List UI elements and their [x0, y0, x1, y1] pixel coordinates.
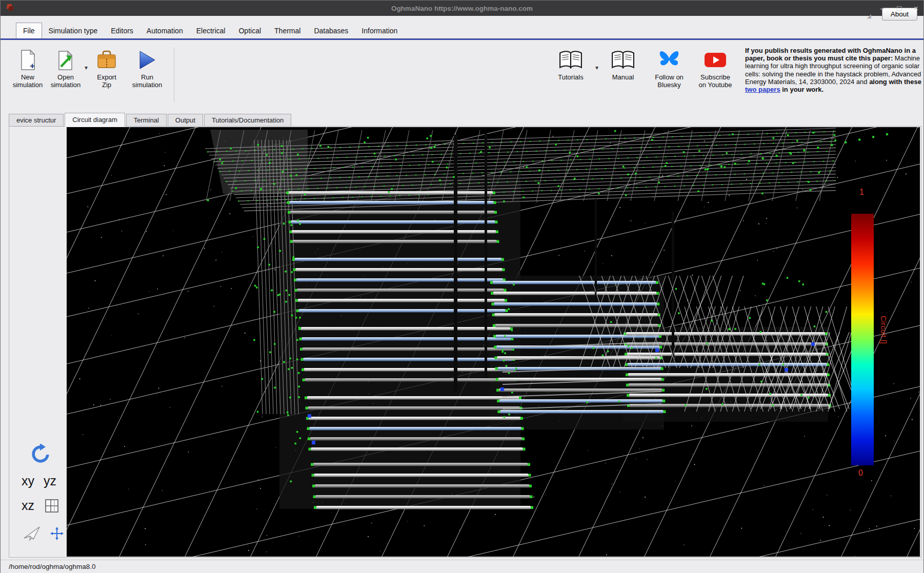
- pane-grip-icon: ◢: [867, 13, 871, 19]
- fly-mode-button[interactable]: [23, 526, 41, 541]
- tab-device-structure[interactable]: evice structur: [9, 114, 64, 127]
- menu-item-thermal[interactable]: Thermal: [268, 23, 307, 38]
- refresh-view-button[interactable]: [30, 444, 51, 464]
- menu-item-simulation-type[interactable]: Simulation type: [42, 23, 105, 38]
- window-titlebar: OghmaNano https://www.oghma-nano.com – □…: [1, 1, 923, 16]
- svg-text:+: +: [30, 61, 35, 71]
- new-simulation-button[interactable]: + New simulation: [9, 48, 47, 89]
- minimize-button[interactable]: –: [880, 1, 885, 16]
- play-icon: [137, 48, 157, 72]
- viewport-frame: xy yz xz: [9, 126, 921, 558]
- paper-plane-icon: [23, 526, 41, 541]
- open-simulation-button[interactable]: Open simulation: [47, 48, 85, 89]
- zip-archive-icon: [96, 48, 117, 72]
- menu-item-file[interactable]: File: [16, 23, 42, 38]
- document-plus-icon: +: [19, 48, 36, 72]
- window-title: OghmaNano https://www.oghma-nano.com: [1, 5, 923, 12]
- pan-mode-button[interactable]: [50, 527, 64, 540]
- colorbar-axis-label: Circuit []: [879, 316, 888, 344]
- view-xz-button[interactable]: xz: [22, 498, 34, 513]
- tabrow: evice structur Circuit diagram Terminal …: [9, 113, 292, 127]
- viewport-side-controls: xy yz xz: [9, 127, 67, 557]
- open-book-icon: [558, 48, 583, 72]
- tab-tutorials-documentation[interactable]: Tutorials/Documentation: [204, 114, 291, 127]
- close-button[interactable]: ×: [914, 1, 918, 16]
- refresh-icon: [30, 444, 51, 464]
- tab-output[interactable]: Output: [168, 114, 203, 127]
- circuit-3d-scene[interactable]: [67, 127, 920, 557]
- two-papers-link[interactable]: two papers: [745, 86, 780, 93]
- colorbar: [851, 214, 874, 465]
- maximize-button[interactable]: □: [897, 1, 901, 16]
- menu-item-editors[interactable]: Editors: [104, 23, 140, 38]
- citation-bold-text: If you publish results generated with Og…: [745, 47, 916, 62]
- bluesky-button[interactable]: Follow on Bluesky: [648, 48, 691, 89]
- citation-note: If you publish results generated with Og…: [745, 47, 921, 93]
- pane-grid-button[interactable]: [45, 499, 59, 513]
- app-icon: [6, 2, 16, 14]
- view-yz-button[interactable]: yz: [44, 474, 56, 488]
- colorbar-max-label: 1: [859, 188, 864, 197]
- menubar: File Simulation type Editors Automation …: [1, 16, 923, 40]
- youtube-icon: [704, 48, 727, 72]
- status-path: /home/rod/oghma/oghma8.0: [9, 563, 96, 570]
- toolbar: + New simulation Open simulation ▾: [1, 42, 923, 112]
- document-open-arrow-icon: [56, 48, 75, 72]
- menu-item-electrical[interactable]: Electrical: [190, 23, 232, 38]
- pane-grid-icon: [45, 499, 59, 513]
- tab-terminal[interactable]: Terminal: [126, 114, 167, 127]
- open-book-icon: [611, 48, 635, 72]
- toolbar-separator: [174, 48, 174, 102]
- run-simulation-button[interactable]: Run simulation: [126, 48, 169, 89]
- move-axes-icon: [50, 527, 64, 540]
- circuit-3d-viewport[interactable]: 1 0 Circuit []: [67, 127, 920, 557]
- statusbar: /home/rod/oghma/oghma8.0: [1, 560, 923, 573]
- colorbar-min-label: 0: [858, 468, 863, 478]
- tutorials-dropdown-icon[interactable]: ▾: [595, 64, 598, 71]
- menu-item-databases[interactable]: Databases: [307, 23, 355, 38]
- menu-item-optical[interactable]: Optical: [232, 23, 268, 38]
- export-zip-button[interactable]: Export Zip: [88, 48, 126, 89]
- tab-circuit-diagram[interactable]: Circuit diagram: [65, 113, 125, 127]
- bluesky-butterfly-icon: [658, 48, 680, 72]
- menu-item-automation[interactable]: Automation: [140, 23, 190, 38]
- manual-button[interactable]: Manual: [601, 48, 645, 81]
- tutorials-button[interactable]: Tutorials: [549, 48, 592, 81]
- view-xy-button[interactable]: xy: [22, 474, 34, 488]
- app-window: OghmaNano https://www.oghma-nano.com – □…: [0, 0, 924, 573]
- youtube-button[interactable]: Subscribe on Youtube: [694, 48, 737, 89]
- menu-item-information[interactable]: Information: [355, 23, 404, 38]
